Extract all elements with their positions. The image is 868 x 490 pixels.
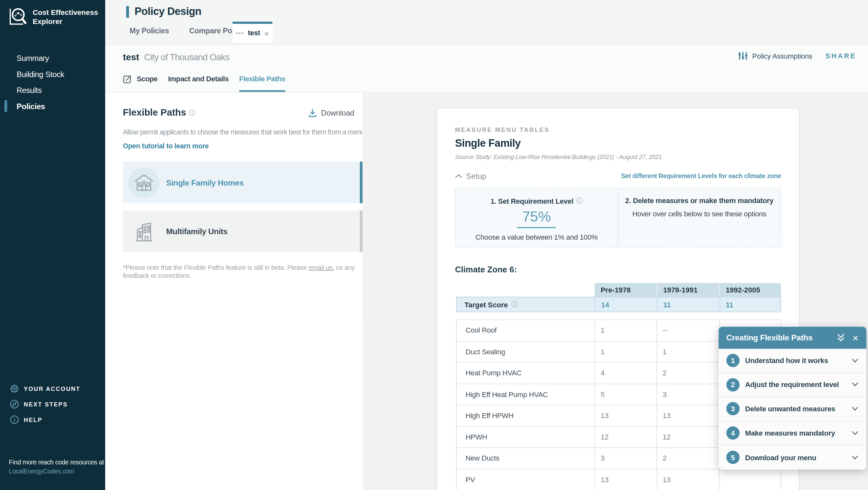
measure-score-cell[interactable]: 1 xyxy=(594,341,657,362)
jurisdiction-name: City of Thousand Oaks xyxy=(144,53,229,62)
target-score-value[interactable]: 14 xyxy=(595,297,657,312)
setup-collapse-toggle[interactable]: Setup xyxy=(455,172,487,180)
measure-score-cell[interactable]: 13 xyxy=(657,469,719,490)
ellipsis-icon[interactable]: ••• xyxy=(236,30,244,37)
climate-zone-levels-link[interactable]: Set different Requirement Levels for eac… xyxy=(621,173,781,179)
card-icon-circle xyxy=(128,167,160,198)
chevron-down-icon xyxy=(851,455,859,460)
measure-score-cell[interactable] xyxy=(719,469,781,490)
sidebar-item-policies[interactable]: Policies xyxy=(0,98,105,114)
step-label: Delete unwanted measures xyxy=(745,405,851,413)
policy-assumptions-button[interactable]: Policy Assumptions xyxy=(752,52,812,60)
measure-name: High Eff HPWH xyxy=(456,405,594,426)
measure-score-cell[interactable]: 3 xyxy=(594,448,657,469)
measure-score-cell[interactable]: 13 xyxy=(594,405,657,426)
card-bar xyxy=(360,210,363,252)
target-score-label: Target Score ⓘ xyxy=(457,297,595,312)
subtab-impact-and-details[interactable]: Impact and Details xyxy=(168,68,228,92)
share-button[interactable]: SHARE xyxy=(826,52,856,60)
chevron-down-icon xyxy=(851,406,859,411)
column-header: 1978-1991 xyxy=(657,283,719,297)
close-icon[interactable]: × xyxy=(852,333,859,343)
footer-link[interactable]: LocalEnergyCodes.com xyxy=(9,468,74,475)
info-icon[interactable]: ⓘ xyxy=(512,300,518,309)
step-number-badge: 5 xyxy=(726,451,740,464)
target-score-row: Target Score ⓘ 141111 xyxy=(456,297,781,312)
tutorial-step[interactable]: 2Adjust the requirement level xyxy=(718,373,866,397)
download-button[interactable]: Download xyxy=(308,108,354,118)
info-icon[interactable]: ⓘ xyxy=(576,197,583,206)
building-card-multifamily[interactable]: Multifamily Units xyxy=(123,210,363,252)
measure-score-cell[interactable]: 2 xyxy=(657,448,719,469)
tutorial-step[interactable]: 5Download your menu xyxy=(718,445,866,469)
subtab-label: Impact and Details xyxy=(168,75,228,83)
email-us-link[interactable]: email us. xyxy=(309,264,334,271)
panel-title: Flexible Paths ⓘ xyxy=(123,108,196,118)
setup-box: 1. Set Requirement Level ⓘ 75% Choose a … xyxy=(455,188,781,248)
step-label: Download your menu xyxy=(745,453,851,462)
sidebar-item-building-stock[interactable]: Building Stock xyxy=(0,66,105,82)
measure-name: Heat Pump HVAC xyxy=(456,363,594,383)
card-label: Multifamily Units xyxy=(166,227,227,235)
edit-icon xyxy=(123,74,132,84)
step-number-badge: 3 xyxy=(726,402,740,415)
measure-score-cell[interactable]: 4 xyxy=(594,363,657,383)
download-label: Download xyxy=(321,109,354,117)
measure-score-cell[interactable]: -- xyxy=(657,320,719,341)
tutorial-steps: 1Understand how it works2Adjust the requ… xyxy=(718,349,866,469)
sidebar-utility: YOUR ACCOUNT NEXT STEPS HELP xyxy=(0,381,105,428)
card-icon-circle xyxy=(128,216,160,247)
measure-score-cell[interactable]: 5 xyxy=(594,384,657,405)
requirement-level-section: 1. Set Requirement Level ⓘ 75% Choose a … xyxy=(456,188,618,247)
close-icon[interactable]: × xyxy=(264,29,269,37)
sidebar-item-label: NEXT STEPS xyxy=(24,401,68,408)
subtab-label: Scope xyxy=(136,75,157,83)
flexible-paths-panel: Flexible Paths ⓘ Download Allow permit a… xyxy=(105,93,363,490)
measure-score-cell[interactable]: 2 xyxy=(657,363,719,383)
measure-score-cell[interactable]: 13 xyxy=(594,469,657,490)
app-logo[interactable]: Cost Effectiveness Explorer xyxy=(0,0,105,27)
tutorial-overlay: Creating Flexible Paths × 1Understand ho… xyxy=(718,327,866,469)
open-tutorial-link[interactable]: Open tutorial to learn more xyxy=(123,142,209,150)
measure-name: PV xyxy=(456,469,594,490)
sliders-icon[interactable] xyxy=(738,52,748,60)
sidebar-item-summary[interactable]: Summary xyxy=(0,50,105,66)
step-label: Adjust the requirement level xyxy=(745,380,851,389)
sidebar-item-help[interactable]: HELP xyxy=(0,412,105,428)
policy-header: test City of Thousand Oaks Policy Assump… xyxy=(105,45,868,93)
subtab-flexible-paths[interactable]: Flexible Paths xyxy=(239,68,285,92)
chevron-down-icon xyxy=(851,430,859,435)
sidebar-item-results[interactable]: Results xyxy=(0,82,105,98)
sidebar-item-your-account[interactable]: YOUR ACCOUNT xyxy=(0,381,105,396)
source-study: Source Study: Existing Low-Rise Resident… xyxy=(455,153,781,160)
measure-score-cell[interactable]: 12 xyxy=(657,427,719,447)
app-title: Cost Effectiveness Explorer xyxy=(33,7,98,26)
tutorial-step[interactable]: 1Understand how it works xyxy=(718,349,866,373)
collapse-button[interactable] xyxy=(836,334,845,342)
subtab-scope[interactable]: Scope xyxy=(123,68,158,92)
top-bar: Policy Design My Policies Compare Polici… xyxy=(105,0,868,45)
measure-score-cell[interactable]: 12 xyxy=(594,427,657,447)
tutorial-step[interactable]: 4Make measures mandatory xyxy=(718,421,866,445)
tab-label: test xyxy=(248,29,260,37)
measure-score-cell[interactable]: 1 xyxy=(594,320,657,341)
measure-score-cell[interactable]: 1 xyxy=(657,341,719,362)
page-title: Policy Design xyxy=(135,5,201,18)
measure-score-cell[interactable]: 13 xyxy=(657,405,719,426)
building-card-single-family[interactable]: Single Family Homes xyxy=(123,162,363,203)
target-score-value[interactable]: 11 xyxy=(720,297,782,312)
target-score-value[interactable]: 11 xyxy=(657,297,719,312)
building-icon xyxy=(134,221,154,241)
measure-name: Cool Roof xyxy=(456,320,594,341)
beta-note: *Please note that the Flexible Paths fea… xyxy=(123,264,358,280)
requirement-level-input[interactable]: 75% xyxy=(517,208,556,228)
header-spacer xyxy=(456,283,594,297)
table-header-row: Pre-19781978-19911992-2005 xyxy=(456,283,781,297)
sidebar-item-next-steps[interactable]: NEXT STEPS xyxy=(0,396,105,412)
tab-my-policies[interactable]: My Policies xyxy=(129,22,169,40)
measure-score-cell[interactable]: 3 xyxy=(657,384,719,405)
tutorial-step[interactable]: 3Delete unwanted measures xyxy=(718,397,866,421)
tab-test-active[interactable]: ••• test × xyxy=(232,22,272,43)
card-label: Single Family Homes xyxy=(166,178,244,187)
info-icon[interactable]: ⓘ xyxy=(189,108,196,118)
